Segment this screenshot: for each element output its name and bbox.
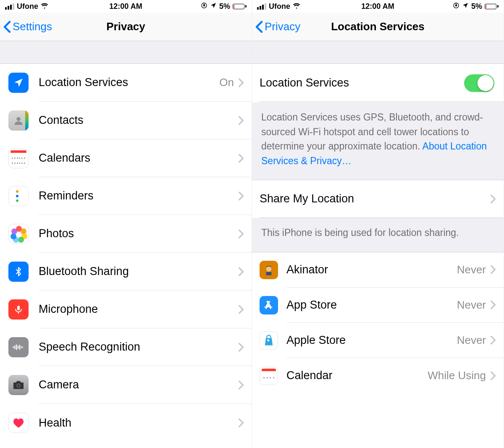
share-location-description: This iPhone is being used for location s… xyxy=(252,218,504,252)
privacy-list: Location Services On Contacts Calendars xyxy=(0,64,252,442)
nav-header: Settings Privacy xyxy=(0,13,252,41)
svg-rect-7 xyxy=(19,345,20,350)
chevron-right-icon xyxy=(490,335,496,345)
row-bluetooth-sharing[interactable]: Bluetooth Sharing xyxy=(0,253,252,291)
row-app-applestore[interactable]: Apple Store Never xyxy=(252,323,504,358)
camera-icon xyxy=(8,375,29,395)
row-share-my-location[interactable]: Share My Location xyxy=(252,180,504,218)
location-icon xyxy=(8,73,29,93)
row-label: Microphone xyxy=(39,303,238,316)
row-app-appstore[interactable]: App Store Never xyxy=(252,288,504,323)
applestore-icon xyxy=(260,331,278,350)
contacts-icon xyxy=(8,110,29,131)
row-label: Bluetooth Sharing xyxy=(39,265,238,278)
row-contacts[interactable]: Contacts xyxy=(0,102,252,139)
chevron-right-icon xyxy=(490,194,496,204)
row-reminders[interactable]: Reminders xyxy=(0,177,252,215)
app-list: Akinator Never App Store Never Apple Sto… xyxy=(252,252,504,393)
chevron-right-icon xyxy=(238,267,244,276)
svg-point-1 xyxy=(16,117,20,121)
svg-rect-14 xyxy=(266,272,272,275)
chevron-right-icon xyxy=(238,418,244,427)
row-app-akinator[interactable]: Akinator Never xyxy=(252,252,504,288)
row-location-services-toggle: Location Services xyxy=(252,64,504,102)
status-bar: Ufone 12:00 AM 5% xyxy=(0,0,252,13)
row-label: Akinator xyxy=(286,263,457,276)
row-label: Apple Store xyxy=(286,334,457,347)
svg-rect-3 xyxy=(13,346,14,348)
appstore-icon xyxy=(260,296,278,314)
calendars-icon xyxy=(8,148,29,168)
row-microphone[interactable]: Microphone xyxy=(0,291,252,328)
privacy-screen: Ufone 12:00 AM 5% Settings Privacy xyxy=(0,0,252,448)
chevron-right-icon xyxy=(490,265,496,274)
clock-label: 12:00 AM xyxy=(0,2,252,11)
chevron-right-icon xyxy=(238,191,244,201)
row-value: Never xyxy=(457,263,486,276)
speech-icon xyxy=(8,337,29,357)
row-value: Never xyxy=(457,299,486,312)
chevron-right-icon xyxy=(238,78,244,87)
chevron-right-icon xyxy=(490,371,496,380)
chevron-right-icon xyxy=(238,154,244,163)
chevron-right-icon xyxy=(238,305,244,314)
row-label: Contacts xyxy=(39,114,238,127)
row-value: Never xyxy=(457,334,486,347)
row-label: Health xyxy=(39,417,238,430)
health-icon xyxy=(8,413,29,433)
row-camera[interactable]: Camera xyxy=(0,366,252,404)
row-label: Calendars xyxy=(39,152,238,165)
row-location-services[interactable]: Location Services On xyxy=(0,64,252,102)
row-app-calendar[interactable]: Calendar While Using xyxy=(252,358,504,393)
row-label: App Store xyxy=(286,299,457,312)
row-label: Calendar xyxy=(286,369,428,382)
status-bar: Ufone 12:00 AM 5% xyxy=(252,0,504,13)
back-label: Settings xyxy=(13,20,52,33)
row-health[interactable]: Health xyxy=(0,404,252,442)
row-label: Location Services xyxy=(39,76,219,89)
location-services-description: Location Services uses GPS, Bluetooth, a… xyxy=(252,102,504,180)
back-label: Privacy xyxy=(265,20,300,33)
svg-rect-2 xyxy=(17,306,20,310)
row-label: Reminders xyxy=(39,189,238,202)
back-button[interactable]: Privacy xyxy=(252,20,300,33)
bluetooth-icon xyxy=(8,262,29,282)
svg-rect-4 xyxy=(14,346,15,349)
svg-rect-5 xyxy=(16,344,17,350)
svg-point-13 xyxy=(266,266,272,272)
row-calendars[interactable]: Calendars xyxy=(0,139,252,177)
svg-rect-6 xyxy=(18,346,18,349)
row-speech-recognition[interactable]: Speech Recognition xyxy=(0,328,252,366)
row-label: Photos xyxy=(39,227,238,240)
svg-rect-8 xyxy=(21,346,21,348)
clock-label: 12:00 AM xyxy=(252,2,504,11)
chevron-right-icon xyxy=(490,300,496,309)
location-services-screen: Ufone 12:00 AM 5% Privacy Location Servi… xyxy=(252,0,504,448)
row-label: Speech Recognition xyxy=(39,341,238,354)
section-gap xyxy=(252,41,504,64)
chevron-right-icon xyxy=(238,380,244,390)
chevron-right-icon xyxy=(238,229,244,238)
row-label: Camera xyxy=(39,378,238,391)
row-label: Share My Location xyxy=(260,192,490,205)
svg-rect-9 xyxy=(22,347,23,348)
svg-point-11 xyxy=(17,385,19,387)
back-button[interactable]: Settings xyxy=(0,20,52,33)
section-gap xyxy=(0,41,252,64)
microphone-icon xyxy=(8,299,29,320)
photos-icon xyxy=(8,224,29,244)
row-value: On xyxy=(219,76,234,89)
location-services-toggle[interactable] xyxy=(464,74,494,92)
row-value: While Using xyxy=(428,369,486,382)
nav-header: Privacy Location Services xyxy=(252,13,504,41)
reminders-icon xyxy=(8,186,29,206)
chevron-right-icon xyxy=(238,343,244,352)
row-label: Location Services xyxy=(260,76,464,89)
chevron-right-icon xyxy=(238,116,244,125)
akinator-icon xyxy=(260,261,278,279)
calendar-icon xyxy=(260,367,278,385)
row-photos[interactable]: Photos xyxy=(0,215,252,253)
